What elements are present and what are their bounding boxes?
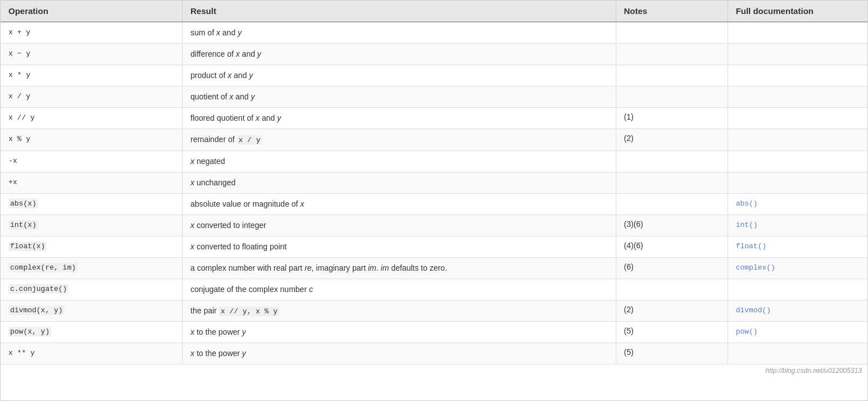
cell-result: difference of x and y — [183, 44, 616, 65]
cell-notes: (6) — [616, 257, 728, 279]
table-row: -xx negated — [1, 151, 867, 172]
table-row: x / yquotient of x and y — [1, 86, 867, 108]
operation-text: x // y — [8, 113, 35, 122]
cell-operation: x / y — [1, 86, 183, 108]
operation-text: x + y — [8, 28, 30, 37]
cell-result: absolute value or magnitude of x — [183, 193, 616, 215]
cell-notes: (4)(6) — [616, 236, 728, 257]
cell-operation: float(x) — [1, 236, 183, 257]
doc-link[interactable]: abs() — [736, 199, 758, 208]
cell-notes: (5) — [616, 322, 728, 343]
cell-docs — [728, 172, 867, 193]
operations-table: Operation Result Notes Full documentatio… — [1, 1, 867, 364]
watermark: http://blog.csdn.net/u012005313 — [1, 364, 867, 377]
cell-notes — [616, 279, 728, 300]
main-container: Operation Result Notes Full documentatio… — [0, 0, 868, 401]
table-row: x − ydifference of x and y — [1, 44, 867, 65]
cell-result: sum of x and y — [183, 22, 616, 44]
cell-result: quotient of x and y — [183, 86, 616, 108]
cell-docs: pow() — [728, 322, 867, 343]
operation-text: x / y — [8, 92, 30, 101]
cell-notes — [616, 172, 728, 193]
cell-operation: x + y — [1, 22, 183, 44]
operation-code: divmod(x, y) — [8, 306, 65, 315]
cell-docs — [728, 108, 867, 129]
inline-code: x // y, x % y — [219, 307, 279, 316]
cell-operation: x % y — [1, 129, 183, 151]
cell-docs — [728, 343, 867, 364]
cell-operation: abs(x) — [1, 193, 183, 215]
table-row: +xx unchanged — [1, 172, 867, 193]
cell-result: remainder of x / y — [183, 129, 616, 151]
cell-result: x unchanged — [183, 172, 616, 193]
table-row: x + ysum of x and y — [1, 22, 867, 44]
doc-link[interactable]: pow() — [736, 327, 758, 336]
cell-notes: (3)(6) — [616, 215, 728, 236]
table-header-row: Operation Result Notes Full documentatio… — [1, 1, 867, 22]
cell-docs — [728, 44, 867, 65]
cell-operation: x ** y — [1, 343, 183, 364]
operation-code: c.conjugate() — [8, 284, 69, 294]
cell-notes: (2) — [616, 129, 728, 151]
cell-docs — [728, 129, 867, 151]
operation-code: int(x) — [8, 220, 38, 230]
cell-docs — [728, 86, 867, 108]
cell-operation: divmod(x, y) — [1, 300, 183, 322]
header-operation: Operation — [1, 1, 183, 22]
operation-text: x % y — [8, 135, 30, 143]
cell-operation: x − y — [1, 44, 183, 65]
cell-operation: complex(re, im) — [1, 257, 183, 279]
table-row: float(x)x converted to floating point(4)… — [1, 236, 867, 257]
header-notes: Notes — [616, 1, 728, 22]
cell-docs: complex() — [728, 257, 867, 279]
cell-docs — [728, 279, 867, 300]
cell-result: x negated — [183, 151, 616, 172]
cell-notes: (5) — [616, 343, 728, 364]
cell-notes — [616, 193, 728, 215]
cell-result: x to the power y — [183, 322, 616, 343]
cell-operation: +x — [1, 172, 183, 193]
cell-notes — [616, 22, 728, 44]
cell-docs — [728, 22, 867, 44]
operation-text: x − y — [8, 49, 30, 58]
table-row: divmod(x, y)the pair x // y, x % y(2)div… — [1, 300, 867, 322]
cell-notes: (2) — [616, 300, 728, 322]
table-row: complex(re, im)a complex number with rea… — [1, 257, 867, 279]
operation-code: pow(x, y) — [8, 327, 51, 336]
cell-result: x converted to floating point — [183, 236, 616, 257]
cell-result: conjugate of the complex number c — [183, 279, 616, 300]
table-row: pow(x, y)x to the power y(5)pow() — [1, 322, 867, 343]
doc-link[interactable]: float() — [736, 242, 767, 250]
cell-result: floored quotient of x and y — [183, 108, 616, 129]
cell-docs: int() — [728, 215, 867, 236]
header-result: Result — [183, 1, 616, 22]
cell-notes: (1) — [616, 108, 728, 129]
cell-notes — [616, 86, 728, 108]
cell-result: the pair x // y, x % y — [183, 300, 616, 322]
cell-docs: float() — [728, 236, 867, 257]
operation-text: x ** y — [8, 349, 35, 357]
cell-docs — [728, 65, 867, 86]
cell-operation: int(x) — [1, 215, 183, 236]
cell-operation: x * y — [1, 65, 183, 86]
table-row: x // yfloored quotient of x and y(1) — [1, 108, 867, 129]
cell-result: product of x and y — [183, 65, 616, 86]
table-row: abs(x)absolute value or magnitude of xab… — [1, 193, 867, 215]
inline-code: x / y — [237, 135, 262, 145]
cell-notes — [616, 44, 728, 65]
operation-text: -x — [8, 157, 17, 165]
doc-link[interactable]: complex() — [736, 263, 775, 272]
cell-operation: pow(x, y) — [1, 322, 183, 343]
cell-notes — [616, 151, 728, 172]
operation-text: x * y — [8, 71, 30, 79]
cell-operation: x // y — [1, 108, 183, 129]
cell-docs: divmod() — [728, 300, 867, 322]
doc-link[interactable]: divmod() — [736, 306, 771, 315]
cell-result: x converted to integer — [183, 215, 616, 236]
operation-code: abs(x) — [8, 199, 38, 208]
table-row: x % yremainder of x / y(2) — [1, 129, 867, 151]
operation-code: float(x) — [8, 241, 47, 251]
cell-operation: -x — [1, 151, 183, 172]
cell-docs: abs() — [728, 193, 867, 215]
doc-link[interactable]: int() — [736, 221, 758, 229]
